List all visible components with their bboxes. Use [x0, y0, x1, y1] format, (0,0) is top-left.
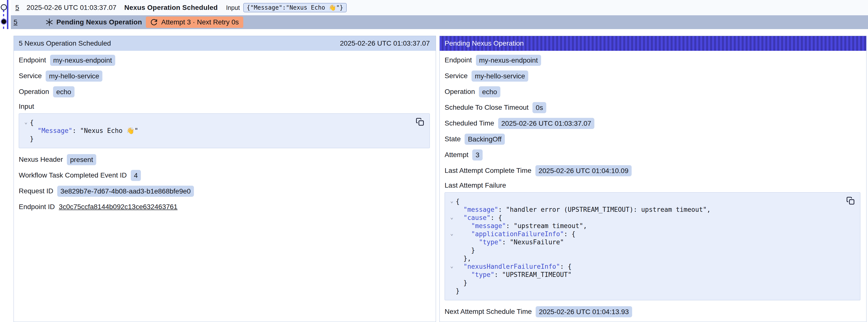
field-value-badge: my-hello-service [45, 70, 102, 82]
event-marker-open-icon [1, 4, 7, 10]
code-line: ⌄ "type": "NexusFailure" [448, 238, 843, 246]
field-schedule-to-close-timeout: Schedule To Close Timeout0s [444, 100, 860, 116]
field-label: Endpoint ID [19, 203, 55, 211]
field-operation: Operationecho [444, 84, 860, 100]
code-line: ⌄{ [448, 197, 843, 205]
field-scheduled-time: Scheduled Time2025-02-26 UTC 01:03:37.07 [444, 116, 860, 131]
pending-panel-header: Pending Nexus Operation [440, 36, 866, 51]
copy-button[interactable] [415, 117, 425, 127]
pending-operation-panel: Pending Nexus Operation Endpointmy-nexus… [439, 36, 867, 322]
pending-panel-fields: Endpointmy-nexus-endpointServicemy-hello… [440, 51, 866, 320]
field-label: Service [19, 72, 42, 80]
code-text: } [456, 246, 475, 254]
code-text: "cause": { [456, 214, 502, 222]
field-value-badge: 0s [532, 102, 546, 113]
field-label: Scheduled Time [444, 119, 494, 127]
scheduled-panel-fields: Endpointmy-nexus-endpointServicemy-hello… [14, 51, 436, 215]
code-line: ⌄ "Message": "Nexus Echo 👋" [22, 127, 412, 135]
scheduled-panel-timestamp: 2025-02-26 UTC 01:03:37.07 [340, 39, 430, 47]
code-text: "Message": "Nexus Echo 👋" [30, 127, 138, 135]
code-line: ⌄ } [448, 279, 843, 287]
code-text: "nexusHandlerFailureInfo": { [456, 263, 572, 271]
field-label: Operation [444, 88, 475, 96]
field-value-badge: present [67, 154, 96, 165]
field-value-badge: my-nexus-endpoint [50, 55, 115, 66]
field-label: Next Attempt Schedule Time [444, 308, 532, 316]
field-attempt: Attempt3 [444, 147, 860, 163]
scheduled-panel-header: 5 Nexus Operation Scheduled 2025-02-26 U… [14, 36, 436, 51]
field-value-badge: 2025-02-26 UTC 01:04:10.09 [535, 165, 632, 176]
field-label: Attempt [444, 151, 468, 159]
code-line: ⌄ "type": "UPSTREAM_TIMEOUT" [448, 271, 843, 279]
retry-refresh-icon [150, 19, 158, 26]
field-value-badge: 4 [131, 170, 141, 181]
collapse-chevron-icon[interactable]: ⌄ [448, 213, 456, 221]
collapse-chevron-icon[interactable]: ⌄ [448, 262, 456, 270]
event-marker-filled-icon [1, 19, 7, 25]
attempt-retry-badge: Attempt 3 · Next Retry 0s [146, 17, 243, 28]
field-service: Servicemy-hello-service [19, 68, 430, 84]
field-value-badge: my-hello-service [471, 70, 528, 82]
field-last-attempt-complete-time: Last Attempt Complete Time2025-02-26 UTC… [444, 163, 860, 179]
last-attempt-failure-code-block: ⌄{⌄ "message": "handler error (UPSTREAM_… [444, 192, 860, 300]
copy-icon [846, 196, 855, 205]
event-title: Nexus Operation Scheduled [124, 4, 218, 11]
code-line: ⌄ "message": "handler error (UPSTREAM_TI… [448, 205, 843, 214]
field-input: Input [19, 100, 430, 113]
field-service: Servicemy-hello-service [444, 68, 860, 84]
event-input-preview-badge: {"Message":"Nexus Echo 👋"} [243, 3, 347, 12]
input-code-block: ⌄{⌄ "Message": "Nexus Echo 👋"⌄} [19, 114, 430, 148]
code-line: ⌄ } [448, 246, 843, 254]
scheduled-event-panel: 5 Nexus Operation Scheduled 2025-02-26 U… [13, 36, 436, 322]
field-value-badge: echo [53, 86, 74, 97]
field-label: Endpoint [19, 56, 46, 64]
event-id-link[interactable]: 5 [15, 4, 19, 11]
field-endpoint-id: Endpoint ID3c0c75ccfa8144b092c13ce632463… [19, 199, 430, 215]
code-text: }, [456, 254, 471, 263]
code-text: { [30, 119, 34, 127]
collapse-chevron-icon[interactable]: ⌄ [22, 118, 30, 126]
code-text: } [456, 287, 460, 295]
field-value-badge: BackingOff [465, 134, 504, 145]
code-line: ⌄ "message": "upstream timeout", [448, 222, 843, 230]
field-label: Operation [19, 88, 49, 96]
field-label: Input [19, 103, 34, 110]
field-state: StateBackingOff [444, 131, 860, 147]
field-label: Last Attempt Failure [444, 182, 506, 189]
copy-button[interactable] [846, 196, 855, 205]
field-endpoint: Endpointmy-nexus-endpoint [444, 52, 860, 68]
scheduled-panel-title: 5 Nexus Operation Scheduled [19, 39, 111, 47]
event-input-label: Input [226, 4, 240, 11]
field-endpoint: Endpointmy-nexus-endpoint [19, 52, 430, 68]
field-label: Endpoint [444, 56, 472, 64]
code-text: { [456, 197, 460, 205]
field-label: Nexus Header [19, 156, 63, 163]
pending-title: Pending Nexus Operation [57, 18, 142, 26]
field-nexus-header: Nexus Headerpresent [19, 152, 430, 167]
field-value-link[interactable]: 3c0c75ccfa8144b092c13ce632463761 [59, 203, 177, 211]
code-text: "applicationFailureInfo": { [456, 230, 576, 238]
code-text: "message": "handler error (UPSTREAM_TIME… [456, 205, 711, 214]
pending-id-link[interactable]: 5 [13, 18, 18, 26]
timeline-accent-bar [7, 0, 8, 29]
field-label: Workflow Task Completed Event ID [19, 171, 127, 179]
collapse-chevron-icon[interactable]: ⌄ [448, 229, 456, 238]
code-text: } [456, 279, 467, 287]
event-row-scheduled[interactable]: 5 2025-02-26 UTC 01:03:37.07 Nexus Opera… [11, 0, 868, 15]
code-text: "message": "upstream timeout", [456, 222, 587, 230]
code-text: } [30, 135, 34, 143]
field-workflow-task-completed-event-id: Workflow Task Completed Event ID4 [19, 167, 430, 183]
code-line: ⌄} [448, 287, 843, 295]
detail-panels: 5 Nexus Operation Scheduled 2025-02-26 U… [13, 36, 867, 322]
event-row-pending[interactable]: 5 Pending Nexus Operation Attempt 3 · Ne… [11, 15, 868, 29]
field-operation: Operationecho [19, 84, 430, 100]
code-line: ⌄} [22, 135, 412, 143]
code-line: ⌄ "nexusHandlerFailureInfo": { [448, 263, 843, 271]
field-value-badge: echo [479, 86, 500, 97]
field-value-badge: 3 [472, 150, 483, 161]
field-next-attempt-schedule-time: Next Attempt Schedule Time2025-02-26 UTC… [444, 304, 860, 320]
field-label: Last Attempt Complete Time [444, 167, 531, 174]
collapse-chevron-icon[interactable]: ⌄ [448, 197, 456, 205]
field-value-badge: 3e829b7e-7d67-4b08-aad3-b1e868bfe9e0 [57, 186, 194, 197]
field-label: State [444, 135, 461, 143]
